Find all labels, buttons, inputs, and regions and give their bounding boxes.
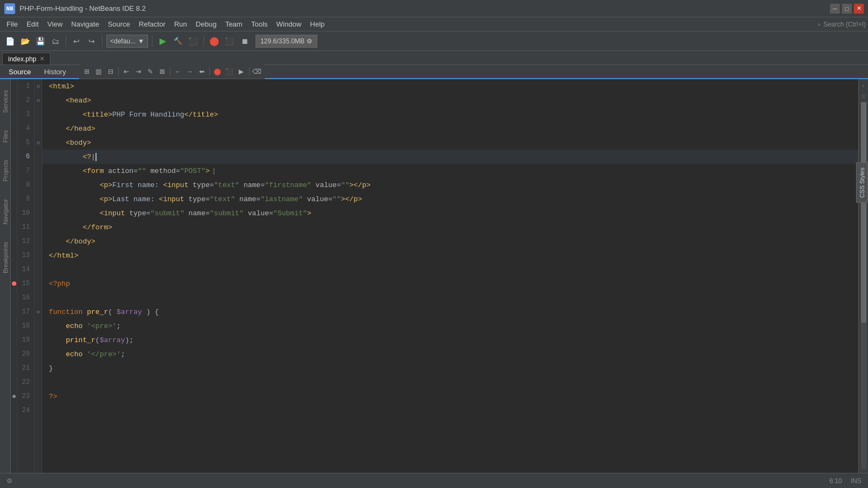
search-label[interactable]: Search (Ctrl+I) bbox=[824, 21, 866, 28]
toggle-comment-button[interactable]: ✎ bbox=[145, 66, 156, 77]
undo-button[interactable]: ↩ bbox=[70, 35, 83, 48]
play-macro-button[interactable]: ▶ bbox=[236, 66, 247, 77]
code-line-18[interactable]: echo '<pre>'; bbox=[42, 319, 858, 333]
right-panel-icon-2[interactable]: ◫ bbox=[860, 92, 867, 100]
fold-10 bbox=[35, 206, 42, 220]
menu-debug[interactable]: Debug bbox=[192, 19, 221, 29]
build-button[interactable]: 🔨 bbox=[171, 35, 184, 48]
run-button[interactable]: ▶ bbox=[156, 35, 169, 48]
cursor-position-marker: | bbox=[212, 167, 216, 175]
code-line-22[interactable] bbox=[42, 375, 858, 389]
memory-icon[interactable]: ⚙ bbox=[307, 37, 312, 45]
shift-right-button[interactable]: ⇥ bbox=[133, 66, 144, 77]
tab-close-icon[interactable]: ✕ bbox=[40, 55, 44, 62]
menu-file[interactable]: File bbox=[2, 19, 22, 29]
menu-refactor[interactable]: Refactor bbox=[135, 19, 170, 29]
vertical-scrollbar[interactable] bbox=[861, 102, 866, 470]
save-all-button[interactable]: 🗂 bbox=[49, 35, 62, 48]
code-line-13[interactable]: </html> bbox=[42, 248, 858, 262]
menu-tools[interactable]: Tools bbox=[247, 19, 272, 29]
code-line-24[interactable] bbox=[42, 403, 858, 418]
bp-line-2 bbox=[11, 93, 17, 107]
code-line-7[interactable]: <form action="" method="POST"> | bbox=[42, 164, 858, 178]
code-line-6[interactable]: <?| bbox=[42, 150, 858, 164]
tab-history[interactable]: History bbox=[37, 65, 72, 79]
clear-button[interactable]: ⌫ bbox=[252, 66, 263, 77]
menu-team[interactable]: Team bbox=[221, 19, 247, 29]
minimize-button[interactable]: ─ bbox=[830, 4, 840, 14]
code-line-21[interactable]: } bbox=[42, 361, 858, 375]
breakpoint-column bbox=[11, 79, 17, 473]
redo-button[interactable]: ↪ bbox=[85, 35, 98, 48]
line-num-16: 16 bbox=[17, 291, 34, 305]
menu-edit[interactable]: Edit bbox=[22, 19, 43, 29]
code-line-1[interactable]: <html> bbox=[42, 79, 858, 93]
fold-17[interactable]: ⊟ bbox=[35, 305, 42, 319]
tab-source[interactable]: Source bbox=[2, 65, 37, 79]
debug-run-button[interactable]: ⬤ bbox=[208, 35, 221, 48]
code-line-12[interactable]: </body> bbox=[42, 234, 858, 248]
new-file-button[interactable]: 📄 bbox=[3, 35, 16, 48]
menu-help[interactable]: Help bbox=[306, 19, 329, 29]
code-line-15[interactable]: <?php bbox=[42, 277, 858, 291]
code-line-14[interactable] bbox=[42, 262, 858, 277]
sidebar-label-services[interactable]: Services bbox=[1, 84, 10, 119]
record-macro-button[interactable]: ⬤ bbox=[212, 66, 223, 77]
rectangle-sel-button[interactable]: ▥ bbox=[93, 66, 104, 77]
menu-source[interactable]: Source bbox=[104, 19, 135, 29]
line-num-20: 20 bbox=[17, 347, 34, 361]
fold-12 bbox=[35, 234, 42, 248]
save-button[interactable]: 💾 bbox=[34, 35, 47, 48]
format-button[interactable]: ⊠ bbox=[157, 66, 168, 77]
code-line-23[interactable]: ?> bbox=[42, 389, 858, 403]
code-line-3[interactable]: <title>PHP Form Handling</title> bbox=[42, 107, 858, 121]
profile-dropdown[interactable]: <defau... ▼ bbox=[106, 35, 148, 48]
code-line-2[interactable]: <head> bbox=[42, 93, 858, 107]
menu-run[interactable]: Run bbox=[170, 19, 192, 29]
menu-view[interactable]: View bbox=[43, 19, 67, 29]
fold-2[interactable]: ⊟ bbox=[35, 93, 42, 107]
code-line-11[interactable]: </form> bbox=[42, 220, 858, 234]
code-line-16[interactable] bbox=[42, 291, 858, 305]
menu-navigate[interactable]: Navigate bbox=[67, 19, 103, 29]
fold-5[interactable]: ⊟ bbox=[35, 136, 42, 150]
code-editor[interactable]: <html> <head> <title>PHP Form Handling</… bbox=[42, 79, 858, 473]
status-right: 6:10 INS bbox=[829, 477, 861, 485]
line-num-10: 10 bbox=[17, 206, 34, 220]
editor-area[interactable]: 1 2 3 4 5 6 7 8 9 10 11 12 13 14 15 16 1… bbox=[11, 79, 858, 473]
code-line-5[interactable]: <body> bbox=[42, 136, 858, 150]
open-button[interactable]: 📂 bbox=[18, 35, 31, 48]
line-num-12: 12 bbox=[17, 234, 34, 248]
stop-macro-button[interactable]: ⬛ bbox=[224, 66, 235, 77]
shift-left-button[interactable]: ⇤ bbox=[121, 66, 132, 77]
css-styles-tab[interactable]: CSS Styles bbox=[856, 163, 868, 203]
code-line-10[interactable]: <input type="submit" name="submit" value… bbox=[42, 206, 858, 220]
goto-prev-button[interactable]: ← bbox=[173, 66, 183, 77]
fold-1[interactable]: ⊟ bbox=[35, 79, 42, 93]
maximize-button[interactable]: □ bbox=[842, 4, 852, 14]
right-panel-icon-1[interactable]: + bbox=[860, 82, 867, 90]
goto-next-button[interactable]: → bbox=[184, 66, 195, 77]
code-line-17[interactable]: function pre_r( $array ) { bbox=[42, 305, 858, 319]
menu-window[interactable]: Window bbox=[272, 19, 305, 29]
code-line-9[interactable]: <p>Last name: <input type="text" name="l… bbox=[42, 192, 858, 206]
goto-prev-usage-button[interactable]: ⬅ bbox=[196, 66, 207, 77]
sidebar-label-files[interactable]: Files bbox=[1, 124, 10, 149]
toggle-select-button[interactable]: ⊟ bbox=[105, 66, 116, 77]
code-line-19[interactable]: print_r($array); bbox=[42, 333, 858, 347]
debug-stop-button[interactable]: ⏹ bbox=[238, 35, 251, 48]
code-line-8[interactable]: <p>First name: <input type="text" name="… bbox=[42, 178, 858, 192]
code-line-4[interactable]: </head> bbox=[42, 121, 858, 136]
tab-index-php[interactable]: index.php ✕ bbox=[2, 53, 50, 65]
line-num-24: 24 bbox=[17, 403, 34, 418]
fold-13 bbox=[35, 248, 42, 262]
toggle-bookmark-button[interactable]: ⊞ bbox=[81, 66, 92, 77]
right-panel: + ◫ bbox=[858, 79, 868, 473]
code-line-20[interactable]: echo '</pre>'; bbox=[42, 347, 858, 361]
debug-pause-button[interactable]: ⬛ bbox=[223, 35, 236, 48]
sidebar-label-projects[interactable]: Projects bbox=[1, 153, 10, 188]
stop-button[interactable]: ⬛ bbox=[187, 35, 200, 48]
sidebar-label-navigator[interactable]: Navigator bbox=[1, 192, 10, 231]
close-button[interactable]: ✕ bbox=[854, 4, 864, 14]
sidebar-label-breakpoints[interactable]: Breakpoints bbox=[1, 235, 10, 280]
